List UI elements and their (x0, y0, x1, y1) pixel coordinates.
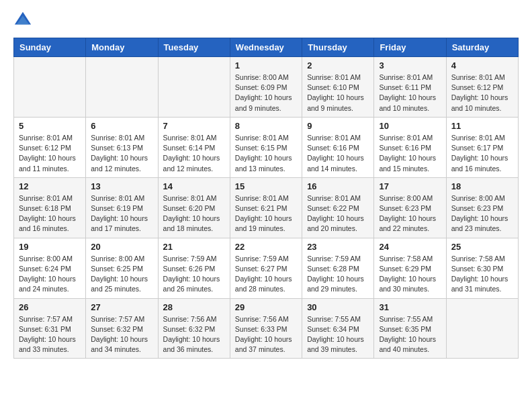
day-info: Sunrise: 7:56 AM Sunset: 6:32 PM Dayligh… (163, 314, 225, 355)
day-number: 6 (91, 121, 152, 131)
day-number: 9 (307, 121, 369, 131)
day-info: Sunrise: 8:01 AM Sunset: 6:21 PM Dayligh… (235, 193, 297, 234)
calendar-cell: 20Sunrise: 8:00 AM Sunset: 6:25 PM Dayli… (86, 238, 158, 298)
day-info: Sunrise: 8:01 AM Sunset: 6:14 PM Dayligh… (163, 133, 225, 174)
calendar-cell: 7Sunrise: 8:01 AM Sunset: 6:14 PM Daylig… (158, 117, 230, 177)
calendar-cell: 10Sunrise: 8:01 AM Sunset: 6:16 PM Dayli… (374, 117, 446, 177)
day-number: 31 (379, 302, 441, 312)
day-info: Sunrise: 8:01 AM Sunset: 6:11 PM Dayligh… (379, 73, 441, 113)
day-info: Sunrise: 8:01 AM Sunset: 6:16 PM Dayligh… (307, 133, 369, 174)
day-info: Sunrise: 8:01 AM Sunset: 6:18 PM Dayligh… (19, 193, 81, 234)
day-number: 3 (379, 60, 441, 71)
day-info: Sunrise: 8:00 AM Sunset: 6:25 PM Dayligh… (91, 254, 152, 295)
calendar-cell: 8Sunrise: 8:01 AM Sunset: 6:15 PM Daylig… (230, 117, 302, 177)
day-info: Sunrise: 8:01 AM Sunset: 6:22 PM Dayligh… (307, 193, 369, 234)
calendar-cell: 6Sunrise: 8:01 AM Sunset: 6:13 PM Daylig… (86, 117, 158, 177)
day-number: 18 (451, 181, 513, 191)
day-number: 25 (451, 242, 513, 252)
calendar-week-2: 12Sunrise: 8:01 AM Sunset: 6:18 PM Dayli… (14, 177, 519, 238)
calendar-cell: 12Sunrise: 8:01 AM Sunset: 6:18 PM Dayli… (14, 177, 86, 238)
day-number: 30 (307, 302, 369, 312)
calendar-cell: 24Sunrise: 7:58 AM Sunset: 6:29 PM Dayli… (374, 238, 446, 298)
header (13, 11, 519, 30)
calendar-cell: 13Sunrise: 8:01 AM Sunset: 6:19 PM Dayli… (86, 177, 158, 238)
day-number: 12 (19, 181, 81, 191)
day-info: Sunrise: 8:01 AM Sunset: 6:12 PM Dayligh… (451, 73, 513, 113)
day-info: Sunrise: 8:01 AM Sunset: 6:19 PM Dayligh… (91, 193, 152, 234)
day-number: 17 (379, 181, 441, 191)
col-header-friday: Friday (374, 38, 446, 57)
logo (13, 11, 36, 30)
calendar-cell: 11Sunrise: 8:01 AM Sunset: 6:17 PM Dayli… (446, 117, 518, 177)
calendar-cell: 28Sunrise: 7:56 AM Sunset: 6:32 PM Dayli… (158, 298, 230, 359)
calendar-table: SundayMondayTuesdayWednesdayThursdayFrid… (13, 38, 519, 359)
calendar-header-row: SundayMondayTuesdayWednesdayThursdayFrid… (14, 38, 519, 57)
day-number: 29 (235, 302, 297, 312)
calendar-cell: 31Sunrise: 7:55 AM Sunset: 6:35 PM Dayli… (374, 298, 446, 359)
day-info: Sunrise: 8:01 AM Sunset: 6:13 PM Dayligh… (91, 133, 152, 174)
day-info: Sunrise: 8:01 AM Sunset: 6:10 PM Dayligh… (307, 73, 369, 113)
day-number: 27 (91, 302, 152, 312)
day-number: 2 (307, 60, 369, 71)
day-info: Sunrise: 8:01 AM Sunset: 6:16 PM Dayligh… (379, 133, 441, 174)
day-info: Sunrise: 7:57 AM Sunset: 6:32 PM Dayligh… (91, 314, 152, 355)
day-info: Sunrise: 8:01 AM Sunset: 6:12 PM Dayligh… (19, 133, 81, 174)
calendar-cell: 17Sunrise: 8:00 AM Sunset: 6:23 PM Dayli… (374, 177, 446, 238)
calendar-week-1: 5Sunrise: 8:01 AM Sunset: 6:12 PM Daylig… (14, 117, 519, 177)
logo-icon (13, 11, 32, 30)
day-number: 4 (451, 60, 513, 71)
day-number: 15 (235, 181, 297, 191)
col-header-thursday: Thursday (302, 38, 374, 57)
calendar-cell: 19Sunrise: 8:00 AM Sunset: 6:24 PM Dayli… (14, 238, 86, 298)
col-header-sunday: Sunday (14, 38, 86, 57)
calendar-cell: 16Sunrise: 8:01 AM Sunset: 6:22 PM Dayli… (302, 177, 374, 238)
day-number: 16 (307, 181, 369, 191)
day-number: 19 (19, 242, 81, 252)
day-info: Sunrise: 7:59 AM Sunset: 6:26 PM Dayligh… (163, 254, 225, 295)
day-info: Sunrise: 8:00 AM Sunset: 6:09 PM Dayligh… (235, 73, 297, 113)
calendar-cell: 21Sunrise: 7:59 AM Sunset: 6:26 PM Dayli… (158, 238, 230, 298)
day-info: Sunrise: 7:59 AM Sunset: 6:27 PM Dayligh… (235, 254, 297, 295)
day-info: Sunrise: 7:56 AM Sunset: 6:33 PM Dayligh… (235, 314, 297, 355)
page: SundayMondayTuesdayWednesdayThursdayFrid… (0, 0, 532, 372)
day-info: Sunrise: 7:55 AM Sunset: 6:35 PM Dayligh… (379, 314, 441, 355)
calendar-cell: 29Sunrise: 7:56 AM Sunset: 6:33 PM Dayli… (230, 298, 302, 359)
day-info: Sunrise: 8:00 AM Sunset: 6:24 PM Dayligh… (19, 254, 81, 295)
calendar-cell: 9Sunrise: 8:01 AM Sunset: 6:16 PM Daylig… (302, 117, 374, 177)
col-header-saturday: Saturday (446, 38, 518, 57)
calendar-week-4: 26Sunrise: 7:57 AM Sunset: 6:31 PM Dayli… (14, 298, 519, 359)
col-header-wednesday: Wednesday (230, 38, 302, 57)
day-info: Sunrise: 8:01 AM Sunset: 6:20 PM Dayligh… (163, 193, 225, 234)
calendar-cell: 25Sunrise: 7:58 AM Sunset: 6:30 PM Dayli… (446, 238, 518, 298)
calendar-cell: 27Sunrise: 7:57 AM Sunset: 6:32 PM Dayli… (86, 298, 158, 359)
col-header-tuesday: Tuesday (158, 38, 230, 57)
day-number: 26 (19, 302, 81, 312)
day-number: 24 (379, 242, 441, 252)
day-number: 10 (379, 121, 441, 131)
calendar-cell (14, 57, 86, 118)
day-info: Sunrise: 8:01 AM Sunset: 6:15 PM Dayligh… (235, 133, 297, 174)
calendar-week-3: 19Sunrise: 8:00 AM Sunset: 6:24 PM Dayli… (14, 238, 519, 298)
day-number: 28 (163, 302, 225, 312)
calendar-cell: 26Sunrise: 7:57 AM Sunset: 6:31 PM Dayli… (14, 298, 86, 359)
day-info: Sunrise: 7:57 AM Sunset: 6:31 PM Dayligh… (19, 314, 81, 355)
day-info: Sunrise: 7:55 AM Sunset: 6:34 PM Dayligh… (307, 314, 369, 355)
calendar-cell: 3Sunrise: 8:01 AM Sunset: 6:11 PM Daylig… (374, 57, 446, 118)
day-info: Sunrise: 7:59 AM Sunset: 6:28 PM Dayligh… (307, 254, 369, 295)
calendar-cell: 23Sunrise: 7:59 AM Sunset: 6:28 PM Dayli… (302, 238, 374, 298)
calendar-cell: 5Sunrise: 8:01 AM Sunset: 6:12 PM Daylig… (14, 117, 86, 177)
calendar-cell: 22Sunrise: 7:59 AM Sunset: 6:27 PM Dayli… (230, 238, 302, 298)
calendar-cell: 2Sunrise: 8:01 AM Sunset: 6:10 PM Daylig… (302, 57, 374, 118)
calendar-cell: 4Sunrise: 8:01 AM Sunset: 6:12 PM Daylig… (446, 57, 518, 118)
calendar-cell: 18Sunrise: 8:00 AM Sunset: 6:23 PM Dayli… (446, 177, 518, 238)
day-info: Sunrise: 7:58 AM Sunset: 6:30 PM Dayligh… (451, 254, 513, 295)
day-number: 5 (19, 121, 81, 131)
day-info: Sunrise: 7:58 AM Sunset: 6:29 PM Dayligh… (379, 254, 441, 295)
day-number: 23 (307, 242, 369, 252)
day-number: 13 (91, 181, 152, 191)
day-number: 11 (451, 121, 513, 131)
calendar-cell: 15Sunrise: 8:01 AM Sunset: 6:21 PM Dayli… (230, 177, 302, 238)
day-number: 21 (163, 242, 225, 252)
day-number: 14 (163, 181, 225, 191)
day-info: Sunrise: 8:01 AM Sunset: 6:17 PM Dayligh… (451, 133, 513, 174)
